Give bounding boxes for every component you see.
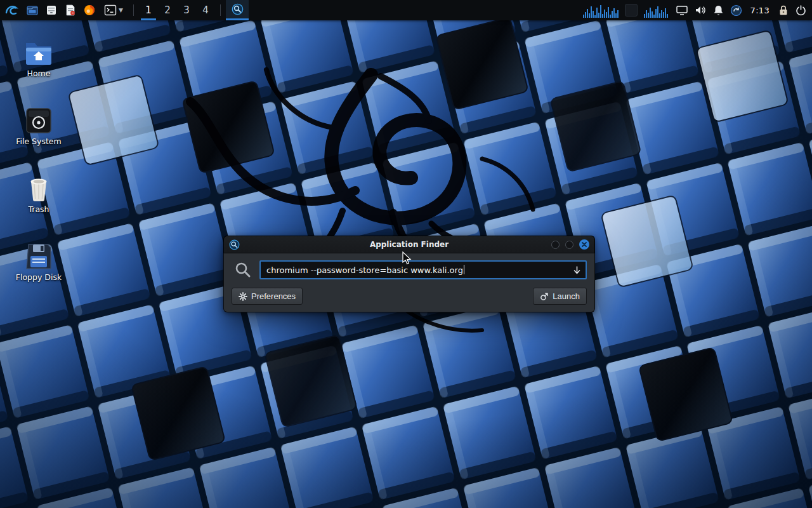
workspace-3[interactable]: 3 — [177, 0, 196, 20]
cpu-graph-icon[interactable] — [582, 3, 619, 18]
window-body: chromium --password-store=basic www.kali… — [223, 253, 595, 312]
net-graph-icon[interactable] — [643, 3, 670, 18]
document-badge-icon — [64, 4, 77, 17]
updates-icon[interactable] — [730, 4, 742, 17]
panel-separator — [220, 4, 221, 16]
desktop-icon-column: Home File System — [11, 33, 66, 305]
floppy-disk-icon — [25, 243, 52, 270]
file-drawer-icon — [45, 4, 58, 17]
workspace-1[interactable]: 1 — [139, 0, 158, 20]
window-title: Application Finder — [370, 240, 449, 249]
text-caret — [464, 265, 465, 274]
firefox-icon — [83, 4, 96, 17]
preferences-button[interactable]: Preferences — [232, 288, 303, 305]
desktop-icon-trash[interactable]: Trash — [11, 169, 66, 237]
application-finder-window: Application Finder chromi — [223, 236, 595, 312]
home-folder-icon — [24, 39, 53, 66]
desktop-screen: ▼ 1 2 3 4 — [0, 0, 812, 508]
desktop-icon-file-system[interactable]: File System — [11, 101, 66, 169]
application-finder-icon — [229, 239, 240, 250]
tray-box-icon[interactable] — [625, 4, 638, 17]
launcher-text-editor[interactable] — [61, 0, 80, 20]
lock-icon[interactable] — [778, 4, 789, 17]
trash-icon — [26, 175, 51, 202]
panel-clock[interactable]: 7:13 — [748, 6, 772, 15]
applications-menu-button[interactable] — [0, 0, 23, 20]
search-icon — [234, 261, 252, 279]
minimize-button[interactable] — [551, 241, 560, 249]
workspace-2[interactable]: 2 — [158, 0, 177, 20]
folder-window-icon — [26, 4, 39, 17]
gear-icon — [239, 292, 247, 301]
window-titlebar[interactable]: Application Finder — [223, 236, 595, 253]
maximize-button[interactable] — [565, 241, 573, 249]
launcher-terminal[interactable]: ▼ — [99, 0, 128, 20]
command-input[interactable]: chromium --password-store=basic www.kali… — [259, 260, 587, 279]
desktop-icon-label: File System — [16, 137, 62, 146]
desktop-icon-floppy-disk[interactable]: Floppy Disk — [11, 237, 66, 305]
kali-dragon-icon — [4, 3, 18, 17]
desktop-icon-label: Trash — [28, 205, 49, 214]
launcher-files[interactable] — [23, 0, 42, 20]
power-icon[interactable] — [795, 4, 807, 17]
terminal-icon — [104, 4, 117, 17]
file-system-drive-icon — [25, 107, 52, 134]
workspace-4[interactable]: 4 — [196, 0, 215, 20]
launcher-firefox[interactable] — [80, 0, 99, 20]
launch-button[interactable]: Launch — [533, 288, 587, 305]
panel-separator — [133, 4, 134, 16]
volume-icon[interactable] — [694, 4, 707, 17]
top-panel: ▼ 1 2 3 4 — [0, 0, 812, 20]
desktop-icon-home[interactable]: Home — [11, 33, 66, 101]
application-finder-icon — [232, 3, 244, 15]
launcher-file-manager[interactable] — [42, 0, 61, 20]
command-input-value: chromium --password-store=basic www.kali… — [266, 265, 463, 275]
preferences-button-label: Preferences — [251, 291, 296, 301]
notifications-bell-icon[interactable] — [712, 4, 724, 17]
desktop-icon-label: Home — [27, 69, 51, 78]
desktop-icon-label: Floppy Disk — [16, 273, 62, 282]
taskbar-application-finder[interactable] — [226, 0, 249, 20]
close-button[interactable] — [579, 239, 589, 250]
launch-button-label: Launch — [553, 291, 580, 301]
close-icon — [582, 242, 587, 247]
display-icon[interactable] — [676, 4, 688, 17]
launch-icon — [540, 292, 549, 301]
chevron-down-icon[interactable]: ▼ — [119, 7, 123, 13]
system-tray: 7:13 — [582, 3, 812, 18]
dropdown-arrow-icon[interactable] — [572, 265, 582, 275]
